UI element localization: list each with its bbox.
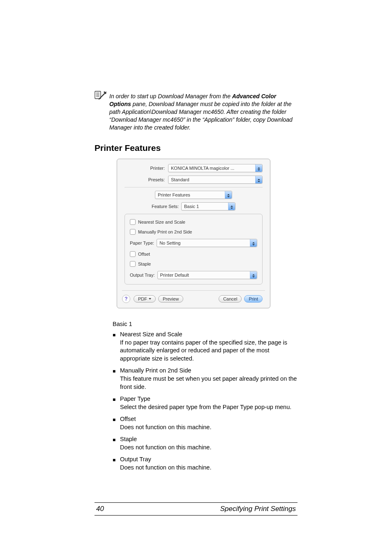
bullet-icon: ■: [113, 415, 120, 431]
pane-value: Printer Features: [158, 192, 190, 197]
item-title: Nearest Size and Scale: [120, 331, 297, 339]
page-number: 40: [95, 505, 104, 513]
presets-select[interactable]: Standard: [168, 176, 263, 184]
help-button[interactable]: ?: [122, 295, 130, 303]
list-item: ■ Offset Does not function on this machi…: [113, 415, 297, 431]
bullet-icon: ■: [113, 367, 120, 391]
bullet-icon: ■: [113, 435, 120, 451]
separator: [122, 290, 265, 291]
manual-2nd-side-label: Manually Print on 2nd Side: [138, 229, 192, 234]
pdf-button[interactable]: PDF: [134, 295, 156, 303]
dropdown-stepper-icon: [250, 239, 257, 247]
offset-checkbox[interactable]: [130, 251, 136, 257]
output-tray-select[interactable]: Printer Default: [157, 271, 257, 279]
item-title: Output Tray: [120, 456, 297, 464]
item-title: Paper Type: [120, 395, 297, 403]
printer-select[interactable]: KONICA MINOLTA magicolor ...: [168, 164, 263, 172]
print-label: Print: [249, 296, 258, 301]
pdf-label: PDF: [138, 296, 147, 301]
subhead-basic1: Basic 1: [113, 321, 297, 327]
svg-rect-0: [95, 91, 101, 99]
dropdown-stepper-icon: [255, 176, 262, 183]
feature-sets-select[interactable]: Basic 1: [181, 202, 235, 210]
item-title: Offset: [120, 415, 297, 423]
output-tray-label: Output Tray:: [130, 273, 155, 278]
footer-title: Specifying Print Settings: [220, 505, 297, 513]
dropdown-stepper-icon: [255, 164, 262, 172]
note-text: In order to start up Download Manager fr…: [109, 92, 297, 132]
item-desc: Select the desired paper type from the P…: [120, 403, 297, 412]
preview-button[interactable]: Preview: [158, 295, 183, 303]
chevron-down-icon: [149, 298, 151, 300]
presets-value: Standard: [171, 177, 189, 182]
note-post: pane, Download Manager must be copied in…: [109, 101, 293, 131]
manual-2nd-side-checkbox[interactable]: [130, 229, 136, 235]
dropdown-stepper-icon: [228, 203, 235, 210]
item-title: Manually Print on 2nd Side: [120, 367, 297, 375]
note-icon: [95, 91, 107, 102]
dropdown-stepper-icon: [225, 191, 232, 199]
print-dialog: Printer: KONICA MINOLTA magicolor ... Pr…: [117, 159, 270, 308]
paper-type-value: No Setting: [159, 240, 180, 245]
cancel-label: Cancel: [223, 296, 237, 301]
dropdown-stepper-icon: [250, 271, 257, 279]
nearest-size-checkbox[interactable]: [130, 219, 136, 225]
note-pre: In order to start up Download Manager fr…: [109, 93, 232, 99]
item-desc: If no paper tray contains paper of the s…: [120, 339, 297, 363]
print-button[interactable]: Print: [244, 295, 263, 303]
list-item: ■ Nearest Size and Scale If no paper tra…: [113, 331, 297, 363]
list-item: ■ Output Tray Does not function on this …: [113, 456, 297, 472]
list-item: ■ Manually Print on 2nd Side This featur…: [113, 367, 297, 391]
staple-label: Staple: [138, 261, 151, 266]
nearest-size-label: Nearest Size and Scale: [138, 220, 185, 224]
list-item: ■ Paper Type Select the desired paper ty…: [113, 395, 297, 411]
options-panel: Nearest Size and Scale Manually Print on…: [125, 214, 263, 284]
preview-label: Preview: [163, 296, 179, 301]
offset-label: Offset: [138, 252, 150, 257]
output-tray-value: Printer Default: [160, 273, 189, 278]
paper-type-select[interactable]: No Setting: [157, 239, 257, 247]
item-desc: Does not function on this machine.: [120, 444, 297, 452]
printer-value: KONICA MINOLTA magicolor ...: [171, 166, 234, 171]
feature-sets-label: Feature Sets:: [152, 204, 179, 209]
paper-type-label: Paper Type:: [130, 240, 154, 245]
item-desc: This feature must be set when you set pa…: [120, 375, 297, 391]
help-icon: ?: [125, 296, 127, 302]
item-title: Staple: [120, 435, 297, 444]
note-block: In order to start up Download Manager fr…: [95, 92, 297, 132]
printer-label: Printer:: [125, 166, 168, 171]
page-footer: 40 Specifying Print Settings: [95, 502, 297, 516]
bullet-icon: ■: [113, 395, 120, 411]
feature-list: ■ Nearest Size and Scale If no paper tra…: [113, 331, 297, 472]
pane-select[interactable]: Printer Features: [155, 191, 232, 199]
bullet-icon: ■: [113, 331, 120, 363]
separator: [125, 187, 263, 187]
cancel-button[interactable]: Cancel: [219, 295, 242, 303]
list-item: ■ Staple Does not function on this machi…: [113, 435, 297, 451]
presets-label: Presets:: [125, 177, 168, 182]
bullet-icon: ■: [113, 456, 120, 472]
feature-sets-value: Basic 1: [184, 204, 199, 209]
section-heading: Printer Features: [95, 143, 297, 153]
item-desc: Does not function on this machine.: [120, 464, 297, 472]
staple-checkbox[interactable]: [130, 261, 136, 267]
item-desc: Does not function on this machine.: [120, 423, 297, 432]
